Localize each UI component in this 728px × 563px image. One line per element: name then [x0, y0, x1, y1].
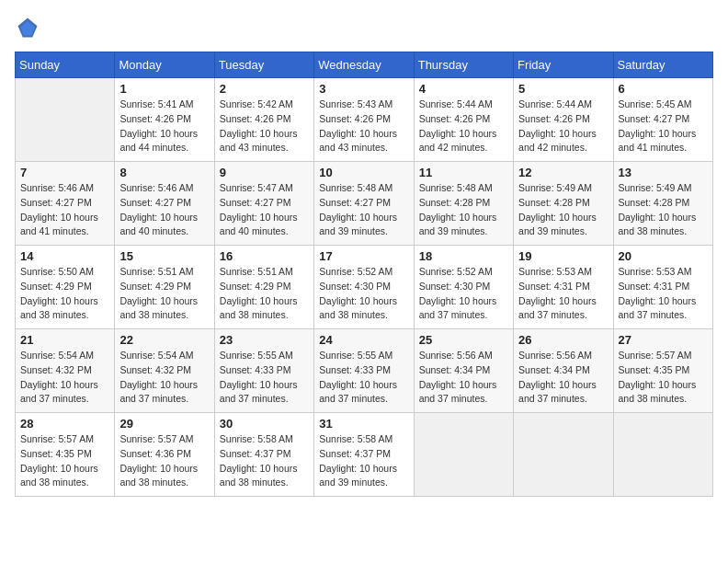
calendar-cell: 4Sunrise: 5:44 AMSunset: 4:26 PMDaylight… [414, 78, 513, 162]
calendar-cell: 14Sunrise: 5:50 AMSunset: 4:29 PMDayligh… [16, 246, 115, 329]
calendar-week-row: 21Sunrise: 5:54 AMSunset: 4:32 PMDayligh… [16, 329, 713, 413]
day-number: 30 [220, 417, 309, 431]
day-number: 13 [619, 166, 708, 179]
day-number: 22 [119, 333, 209, 347]
day-info: Sunrise: 5:54 AMSunset: 4:32 PMDaylight:… [119, 349, 209, 407]
calendar-cell: 23Sunrise: 5:55 AMSunset: 4:33 PMDayligh… [214, 329, 313, 413]
weekday-header-wednesday: Wednesday [314, 52, 414, 78]
day-info: Sunrise: 5:53 AMSunset: 4:31 PMDaylight:… [619, 265, 708, 323]
day-info: Sunrise: 5:47 AMSunset: 4:27 PMDaylight:… [220, 181, 309, 239]
day-info: Sunrise: 5:55 AMSunset: 4:33 PMDaylight:… [319, 349, 408, 407]
day-info: Sunrise: 5:56 AMSunset: 4:34 PMDaylight:… [419, 349, 508, 407]
calendar-cell: 16Sunrise: 5:51 AMSunset: 4:29 PMDayligh… [214, 246, 313, 329]
day-number: 16 [220, 249, 309, 263]
calendar-cell: 1Sunrise: 5:41 AMSunset: 4:26 PMDaylight… [115, 78, 214, 162]
calendar-cell: 18Sunrise: 5:52 AMSunset: 4:30 PMDayligh… [414, 246, 513, 329]
calendar-cell [16, 78, 115, 162]
calendar-cell: 24Sunrise: 5:55 AMSunset: 4:33 PMDayligh… [314, 329, 414, 413]
calendar-cell: 12Sunrise: 5:49 AMSunset: 4:28 PMDayligh… [514, 162, 613, 246]
day-info: Sunrise: 5:48 AMSunset: 4:28 PMDaylight:… [419, 181, 508, 239]
day-info: Sunrise: 5:45 AMSunset: 4:27 PMDaylight:… [619, 98, 708, 155]
day-info: Sunrise: 5:52 AMSunset: 4:30 PMDaylight:… [419, 265, 508, 323]
calendar-cell: 30Sunrise: 5:58 AMSunset: 4:37 PMDayligh… [214, 413, 313, 497]
day-number: 9 [220, 166, 309, 179]
day-number: 26 [518, 333, 608, 347]
day-number: 10 [319, 166, 408, 179]
calendar-week-row: 1Sunrise: 5:41 AMSunset: 4:26 PMDaylight… [16, 78, 713, 162]
calendar-cell: 21Sunrise: 5:54 AMSunset: 4:32 PMDayligh… [16, 329, 115, 413]
weekday-header-row: SundayMondayTuesdayWednesdayThursdayFrid… [16, 52, 713, 78]
day-number: 14 [20, 249, 109, 263]
calendar-cell: 28Sunrise: 5:57 AMSunset: 4:35 PMDayligh… [16, 413, 115, 497]
calendar-cell [514, 413, 613, 497]
calendar-cell: 5Sunrise: 5:44 AMSunset: 4:26 PMDaylight… [514, 78, 613, 162]
day-number: 27 [619, 333, 708, 347]
calendar-cell: 15Sunrise: 5:51 AMSunset: 4:29 PMDayligh… [115, 246, 214, 329]
day-info: Sunrise: 5:49 AMSunset: 4:28 PMDaylight:… [619, 181, 708, 239]
day-info: Sunrise: 5:55 AMSunset: 4:33 PMDaylight:… [220, 349, 309, 407]
calendar-cell: 7Sunrise: 5:46 AMSunset: 4:27 PMDaylight… [16, 162, 115, 246]
day-number: 31 [319, 417, 408, 431]
day-info: Sunrise: 5:50 AMSunset: 4:29 PMDaylight:… [20, 265, 109, 323]
day-info: Sunrise: 5:56 AMSunset: 4:34 PMDaylight:… [518, 349, 608, 407]
day-number: 20 [619, 249, 708, 263]
day-number: 24 [319, 333, 408, 347]
day-info: Sunrise: 5:57 AMSunset: 4:36 PMDaylight:… [119, 432, 209, 490]
day-number: 29 [119, 417, 209, 431]
day-number: 3 [319, 82, 408, 96]
day-number: 17 [319, 249, 408, 263]
calendar-cell: 31Sunrise: 5:58 AMSunset: 4:37 PMDayligh… [314, 413, 414, 497]
weekday-header-friday: Friday [514, 52, 613, 78]
calendar-cell: 29Sunrise: 5:57 AMSunset: 4:36 PMDayligh… [115, 413, 214, 497]
logo [15, 15, 44, 40]
day-number: 2 [220, 82, 309, 96]
calendar-cell: 13Sunrise: 5:49 AMSunset: 4:28 PMDayligh… [613, 162, 712, 246]
day-info: Sunrise: 5:51 AMSunset: 4:29 PMDaylight:… [220, 265, 309, 323]
day-number: 19 [518, 249, 608, 263]
weekday-header-monday: Monday [115, 52, 214, 78]
day-info: Sunrise: 5:46 AMSunset: 4:27 PMDaylight:… [20, 181, 109, 239]
calendar-week-row: 14Sunrise: 5:50 AMSunset: 4:29 PMDayligh… [16, 246, 713, 329]
calendar-cell: 27Sunrise: 5:57 AMSunset: 4:35 PMDayligh… [613, 329, 712, 413]
day-info: Sunrise: 5:53 AMSunset: 4:31 PMDaylight:… [518, 265, 608, 323]
day-number: 15 [119, 249, 209, 263]
calendar-cell: 9Sunrise: 5:47 AMSunset: 4:27 PMDaylight… [214, 162, 313, 246]
day-info: Sunrise: 5:52 AMSunset: 4:30 PMDaylight:… [319, 265, 408, 323]
day-info: Sunrise: 5:58 AMSunset: 4:37 PMDaylight:… [220, 432, 309, 490]
calendar-cell: 17Sunrise: 5:52 AMSunset: 4:30 PMDayligh… [314, 246, 414, 329]
day-info: Sunrise: 5:43 AMSunset: 4:26 PMDaylight:… [319, 98, 408, 155]
calendar-cell: 2Sunrise: 5:42 AMSunset: 4:26 PMDaylight… [214, 78, 313, 162]
calendar-cell [414, 413, 513, 497]
day-number: 28 [20, 417, 109, 431]
day-info: Sunrise: 5:44 AMSunset: 4:26 PMDaylight:… [518, 98, 608, 155]
day-info: Sunrise: 5:44 AMSunset: 4:26 PMDaylight:… [419, 98, 508, 155]
calendar-cell: 6Sunrise: 5:45 AMSunset: 4:27 PMDaylight… [613, 78, 712, 162]
day-info: Sunrise: 5:54 AMSunset: 4:32 PMDaylight:… [20, 349, 109, 407]
day-number: 25 [419, 333, 508, 347]
day-number: 7 [20, 166, 109, 179]
day-info: Sunrise: 5:58 AMSunset: 4:37 PMDaylight:… [319, 432, 408, 490]
day-number: 4 [419, 82, 508, 96]
day-number: 18 [419, 249, 508, 263]
calendar-cell: 11Sunrise: 5:48 AMSunset: 4:28 PMDayligh… [414, 162, 513, 246]
calendar-week-row: 7Sunrise: 5:46 AMSunset: 4:27 PMDaylight… [16, 162, 713, 246]
weekday-header-thursday: Thursday [414, 52, 513, 78]
weekday-header-tuesday: Tuesday [214, 52, 313, 78]
day-info: Sunrise: 5:46 AMSunset: 4:27 PMDaylight:… [119, 181, 209, 239]
calendar-week-row: 28Sunrise: 5:57 AMSunset: 4:35 PMDayligh… [16, 413, 713, 497]
calendar-cell: 10Sunrise: 5:48 AMSunset: 4:27 PMDayligh… [314, 162, 414, 246]
day-number: 1 [119, 82, 209, 96]
day-info: Sunrise: 5:49 AMSunset: 4:28 PMDaylight:… [518, 181, 608, 239]
logo-icon [15, 15, 40, 40]
day-info: Sunrise: 5:48 AMSunset: 4:27 PMDaylight:… [319, 181, 408, 239]
day-info: Sunrise: 5:57 AMSunset: 4:35 PMDaylight:… [20, 432, 109, 490]
day-info: Sunrise: 5:51 AMSunset: 4:29 PMDaylight:… [119, 265, 209, 323]
calendar-table: SundayMondayTuesdayWednesdayThursdayFrid… [15, 52, 713, 497]
day-info: Sunrise: 5:41 AMSunset: 4:26 PMDaylight:… [119, 98, 209, 155]
calendar-cell: 25Sunrise: 5:56 AMSunset: 4:34 PMDayligh… [414, 329, 513, 413]
calendar-cell [613, 413, 712, 497]
day-info: Sunrise: 5:57 AMSunset: 4:35 PMDaylight:… [619, 349, 708, 407]
day-number: 6 [619, 82, 708, 96]
day-number: 23 [220, 333, 309, 347]
weekday-header-saturday: Saturday [613, 52, 712, 78]
